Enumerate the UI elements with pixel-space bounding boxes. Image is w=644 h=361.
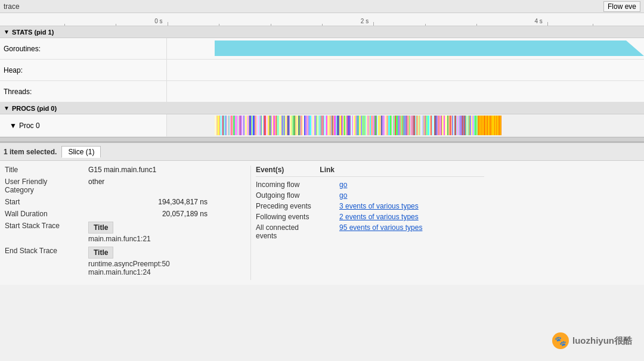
events-header: Event(s) Link (256, 166, 484, 177)
end-stack-title: Title (88, 247, 113, 259)
start-stack-title: Title (88, 222, 113, 234)
goroutines-chart (167, 38, 644, 59)
field-end-stack-val: Title runtime.asyncPreempt:50 main.main.… (88, 247, 170, 276)
stats-section-header[interactable]: ▼ STATS (pid 1) (0, 26, 644, 38)
event-outgoing-link[interactable]: go (339, 191, 347, 200)
goroutines-label: Goroutines: (0, 38, 167, 59)
heap-row: Heap: (0, 60, 644, 81)
slice-tab[interactable]: Slice (1) (61, 146, 101, 158)
procs-panel: ▼ PROCS (pid 0) ▼ Proc 0 (0, 102, 644, 137)
field-wall-duration: Wall Duration 20,057,189 ns (5, 210, 246, 218)
events-col-link: Link (320, 166, 335, 174)
watermark-icon: 🐾 (552, 332, 569, 349)
timeline-ruler: 0 s 2 s 4 s (0, 13, 644, 26)
procs-section-header[interactable]: ▼ PROCS (pid 0) (0, 102, 644, 114)
field-start-stack-key: Start Stack Trace (5, 222, 88, 230)
event-following: Following events 2 events of various typ… (256, 213, 484, 221)
panel-separator (0, 137, 644, 142)
field-start: Start 194,304,817 ns (5, 198, 246, 206)
proc0-name: Proc 0 (19, 122, 40, 130)
field-start-stack-val: Title main.main.func1:21 (88, 222, 151, 243)
goroutines-bar (215, 41, 644, 56)
field-start-key: Start (5, 198, 88, 206)
event-all-link[interactable]: 95 events of various types (339, 223, 422, 232)
events-col-events: Event(s) (256, 166, 284, 174)
field-start-stack: Start Stack Trace Title main.main.func1:… (5, 222, 246, 243)
procs-section-label: PROCS (pid 0) (12, 105, 57, 112)
threads-chart (167, 81, 644, 102)
detail-left-panel: Title G15 main.main.func1 User FriendlyC… (0, 166, 250, 280)
detail-right-panel: Event(s) Link Incoming flow go Outgoing … (250, 166, 489, 280)
event-all-label: All connected events (256, 223, 339, 240)
event-preceding: Preceding events 3 events of various typ… (256, 202, 484, 210)
field-title-val: G15 main.main.func1 (88, 166, 156, 174)
field-end-stack-key: End Stack Trace (5, 247, 88, 255)
field-category: User FriendlyCategory other (5, 178, 246, 194)
proc0-bars (215, 116, 644, 135)
event-incoming-link[interactable]: go (339, 181, 347, 189)
proc0-label: ▼ Proc 0 (0, 114, 167, 136)
field-wall-val: 20,057,189 ns (88, 210, 208, 218)
watermark: 🐾 luozhiyun很酷 (552, 332, 632, 349)
ruler-label-4s: 4 s (534, 18, 542, 24)
detail-content: Title G15 main.main.func1 User FriendlyC… (0, 161, 644, 285)
top-bar: trace Flow eve (0, 0, 644, 13)
event-all-connected: All connected events 95 events of variou… (256, 223, 484, 240)
selection-status: 1 item selected. (4, 148, 57, 156)
field-wall-key: Wall Duration (5, 210, 88, 218)
event-following-link[interactable]: 2 events of various types (339, 213, 419, 221)
start-stack-entry0: main.main.func1:21 (88, 235, 151, 243)
top-bar-title: trace (4, 2, 20, 11)
watermark-text: luozhiyun很酷 (572, 335, 632, 347)
flow-events-button[interactable]: Flow eve (603, 1, 640, 12)
field-category-key: User FriendlyCategory (5, 178, 88, 194)
threads-label: Threads: (0, 81, 167, 102)
stats-collapse-arrow: ▼ (4, 29, 10, 35)
goroutines-row: Goroutines: (0, 38, 644, 60)
ruler-label-2s: 2 s (361, 18, 369, 24)
field-category-val: other (88, 178, 104, 186)
field-title-key: Title (5, 166, 88, 174)
event-preceding-label: Preceding events (256, 202, 339, 210)
event-outgoing-label: Outgoing flow (256, 191, 339, 200)
event-incoming-flow: Incoming flow go (256, 181, 484, 189)
heap-label: Heap: (0, 60, 167, 80)
threads-row: Threads: (0, 81, 644, 102)
field-title: Title G15 main.main.func1 (5, 166, 246, 174)
proc0-arrow: ▼ (10, 122, 17, 130)
event-preceding-link[interactable]: 3 events of various types (339, 202, 419, 210)
procs-collapse-arrow: ▼ (4, 105, 10, 111)
end-stack-entry1: main.main.func1:24 (88, 268, 151, 276)
ruler-label-0s: 0 s (154, 18, 162, 24)
heap-chart (167, 60, 644, 80)
event-following-label: Following events (256, 213, 339, 221)
detail-tabs-bar: 1 item selected. Slice (1) (0, 143, 644, 161)
field-end-stack: End Stack Trace Title runtime.asyncPreem… (5, 247, 246, 276)
event-outgoing-flow: Outgoing flow go (256, 191, 484, 200)
proc0-chart (167, 114, 644, 136)
field-start-val: 194,304,817 ns (88, 198, 208, 206)
stats-section-label: STATS (pid 1) (12, 29, 54, 36)
stats-panel: ▼ STATS (pid 1) Goroutines: Heap: Thread… (0, 26, 644, 102)
event-incoming-label: Incoming flow (256, 181, 339, 189)
detail-panel: 1 item selected. Slice (1) Title G15 mai… (0, 142, 644, 285)
end-stack-entry0: runtime.asyncPreempt:50 (88, 260, 170, 268)
proc0-row: ▼ Proc 0 (0, 114, 644, 137)
